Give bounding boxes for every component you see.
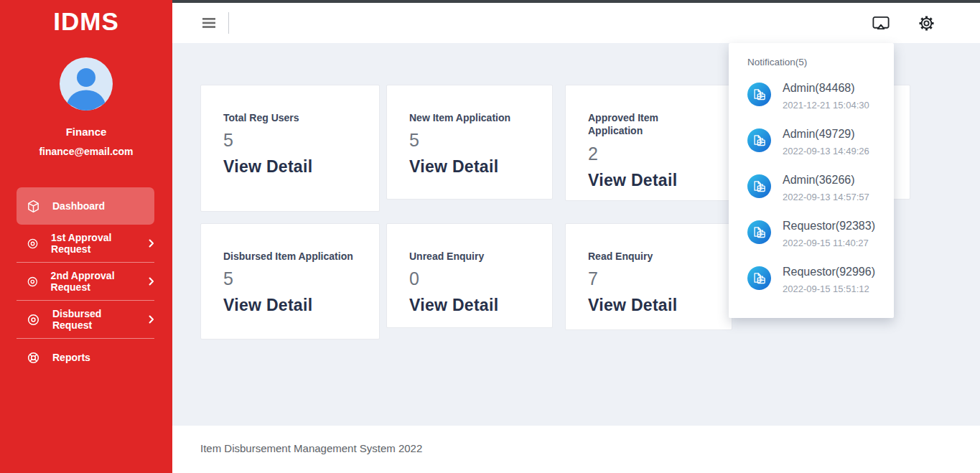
stat-card-disbursed-item-application: Disbursed Item Application 5 View Detail [200, 223, 380, 339]
card-title: Disbursed Item Application [223, 250, 358, 263]
view-detail-link[interactable]: View Detail [223, 296, 312, 315]
circle-dot-icon [27, 275, 39, 289]
view-detail-link[interactable]: View Detail [409, 157, 498, 177]
card-value: 2 [588, 144, 710, 164]
notification-item[interactable]: Admin(84468) 2021-12-21 15:04:30 [747, 81, 882, 111]
card-value: 5 [223, 130, 358, 151]
card-title: Total Reg Users [223, 111, 358, 124]
notification-time: 2022-09-13 14:49:26 [783, 146, 869, 157]
circle-dot-icon [27, 313, 40, 327]
cast-icon[interactable] [872, 15, 890, 31]
sidebar-nav: Dashboard 1st Approval Request 2nd Appro… [0, 187, 172, 376]
notification-item[interactable]: Admin(36266) 2022-09-13 14:57:57 [747, 173, 882, 203]
sidebar-item-dashboard[interactable]: Dashboard [17, 187, 154, 225]
card-value: 0 [409, 268, 531, 289]
notification-time: 2022-09-15 15:51:12 [783, 284, 875, 295]
briefcase-doc-icon [747, 266, 771, 290]
user-email: finance@email.com [0, 146, 172, 157]
topbar-divider [228, 12, 229, 34]
circle-dot-icon [27, 237, 39, 250]
sidebar-item-disbursed-request[interactable]: Disbursed Request [17, 301, 154, 338]
notification-title: Requestor(92996) [783, 265, 875, 279]
stat-card-unread-enquiry: Unread Enquiry 0 View Detail [386, 223, 553, 328]
sidebar: IDMS Finance finance@email.com [0, 0, 172, 473]
notification-title: Admin(84468) [783, 81, 869, 95]
notification-header: Notification(5) [747, 57, 882, 67]
briefcase-doc-icon [747, 220, 771, 244]
view-detail-link[interactable]: View Detail [409, 296, 498, 315]
notification-panel: Notification(5) Admin(84468) 2021-12-21 … [729, 43, 894, 318]
avatar [60, 57, 113, 111]
user-name: Finance [0, 126, 172, 138]
footer-text: Item Disbursement Management System 2022 [172, 426, 980, 472]
chevron-right-icon [149, 239, 154, 248]
user-profile: Finance finance@email.com [0, 57, 172, 157]
page: IDMS Finance finance@email.com [0, 0, 980, 473]
card-value: 5 [409, 130, 531, 151]
sidebar-item-label: Disbursed Request [52, 308, 144, 331]
view-detail-link[interactable]: View Detail [588, 296, 677, 315]
notification-time: 2022-09-15 11:40:27 [783, 238, 875, 249]
briefcase-doc-icon [747, 83, 771, 106]
footer: Item Disbursement Management System 2022 [172, 426, 980, 473]
view-detail-link[interactable]: View Detail [588, 171, 677, 190]
chevron-right-icon [149, 315, 154, 324]
notification-item[interactable]: Admin(49729) 2022-09-13 14:49:26 [747, 127, 882, 157]
briefcase-doc-icon [747, 174, 771, 198]
sidebar-item-label: Dashboard [52, 200, 105, 212]
stat-card-approved-item-application: Approved Item Application 2 View Detail [565, 85, 732, 201]
notification-title: Requestor(92383) [783, 219, 875, 233]
card-value: 5 [223, 268, 358, 289]
card-value: 7 [588, 268, 710, 289]
stat-card-total-reg-users: Total Reg Users 5 View Detail [200, 85, 380, 212]
gear-icon[interactable] [918, 14, 935, 32]
menu-icon[interactable] [202, 18, 215, 28]
card-title: Approved Item Application [588, 111, 710, 138]
person-icon [60, 57, 113, 111]
sidebar-item-label: 1st Approval Request [51, 232, 144, 255]
card-title: Unread Enquiry [409, 250, 531, 263]
sidebar-item-1st-approval-request[interactable]: 1st Approval Request [17, 225, 154, 262]
sidebar-item-2nd-approval-request[interactable]: 2nd Approval Request [17, 263, 154, 300]
card-title: New Item Application [409, 111, 531, 124]
briefcase-doc-icon [747, 128, 771, 152]
stat-card-new-item-application: New Item Application 5 View Detail [386, 85, 553, 200]
notification-item[interactable]: Requestor(92383) 2022-09-15 11:40:27 [747, 219, 882, 249]
stat-card-read-enquiry: Read Enquiry 7 View Detail [565, 223, 732, 330]
cube-icon [27, 200, 40, 213]
notification-title: Admin(36266) [783, 173, 869, 187]
card-title: Read Enquiry [588, 250, 710, 263]
notification-time: 2022-09-13 14:57:57 [783, 192, 869, 203]
topbar [172, 3, 980, 43]
chevron-right-icon [149, 277, 154, 286]
notification-title: Admin(49729) [783, 127, 869, 141]
sidebar-item-label: 2nd Approval Request [51, 270, 144, 293]
app-logo: IDMS [0, 0, 172, 36]
view-detail-link[interactable]: View Detail [223, 157, 312, 177]
sidebar-item-label: Reports [52, 352, 90, 363]
sidebar-item-reports[interactable]: Reports [17, 339, 154, 376]
notification-item[interactable]: Requestor(92996) 2022-09-15 15:51:12 [747, 265, 882, 295]
notification-time: 2021-12-21 15:04:30 [783, 100, 869, 111]
lifebuoy-icon [27, 351, 40, 365]
